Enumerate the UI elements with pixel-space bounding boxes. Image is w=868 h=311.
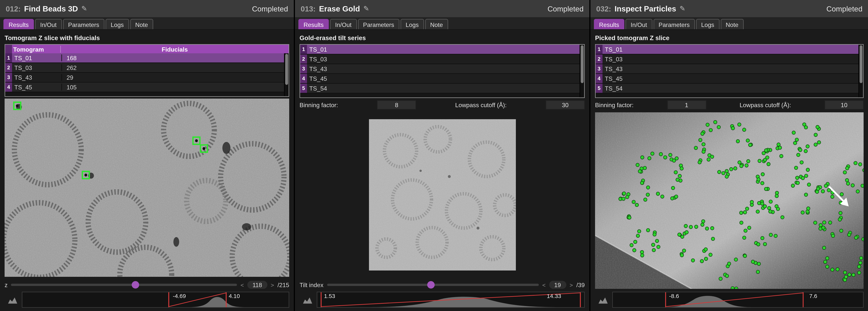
block-title: Erase Gold: [319, 4, 360, 13]
tab-results[interactable]: Results: [299, 19, 329, 29]
block-title: Find Beads 3D: [24, 4, 78, 13]
block-title: Inspect Particles: [615, 4, 676, 13]
tab-in-out[interactable]: In/Out: [330, 19, 357, 29]
prev-slice-button[interactable]: <: [241, 282, 244, 288]
tomogram-slice-image: [5, 99, 289, 277]
tab-bar: Results In/Out Parameters Logs Note: [295, 17, 589, 30]
tab-in-out[interactable]: In/Out: [35, 19, 62, 29]
histogram-min: 1.53: [324, 293, 335, 299]
status-badge: Completed: [826, 4, 863, 13]
list-item[interactable]: 5 TS_54: [596, 84, 863, 94]
edit-title-icon[interactable]: ✎: [81, 5, 87, 12]
next-tilt-button[interactable]: >: [569, 282, 573, 288]
z-value[interactable]: 118: [247, 281, 267, 289]
tilt-slider[interactable]: [327, 284, 539, 286]
tilt-total: /39: [576, 281, 585, 288]
table-scrollbar[interactable]: [284, 53, 289, 96]
display-settings: Binning factor: 1 Lowpass cutoff (Å): 10: [595, 100, 864, 109]
section-title: Tomogram Z slice with fiducials: [5, 34, 289, 41]
status-badge: Completed: [548, 4, 584, 13]
tomogram-slice-viewer[interactable]: [5, 99, 289, 277]
binning-input[interactable]: 1: [667, 100, 706, 109]
list-item[interactable]: 4 TS_45: [596, 74, 863, 84]
list-item[interactable]: 2 TS_03: [596, 55, 863, 64]
display-settings: Binning factor: 8 Lowpass cutoff (Å): 30: [300, 100, 585, 109]
section-title: Gold-erased tilt series: [300, 34, 585, 41]
slider-label: Tilt index: [300, 281, 323, 288]
contrast-histogram[interactable]: -8.6 7.6: [612, 292, 864, 308]
table-row[interactable]: 3 TS_43 29: [5, 73, 289, 82]
list-item[interactable]: 1 TS_01: [596, 45, 863, 55]
contrast-histogram[interactable]: -4.69 4.10: [22, 292, 289, 308]
tab-note[interactable]: Note: [130, 19, 153, 29]
column-tomogram[interactable]: Tomogram: [12, 46, 61, 53]
panel-032-inspect-particles: 032: Inspect Particles ✎ Completed Resul…: [590, 0, 868, 311]
table-row[interactable]: 4 TS_45 105: [5, 82, 289, 92]
results-content: Picked tomogram Z slice 1 TS_01 2 TS_03 …: [590, 30, 868, 311]
tab-results[interactable]: Results: [594, 19, 624, 29]
binning-label: Binning factor:: [300, 101, 338, 108]
tab-bar: Results In/Out Parameters Logs Note: [590, 17, 868, 30]
tab-parameters[interactable]: Parameters: [63, 19, 104, 29]
workspace: 012: Find Beads 3D ✎ Completed Results I…: [0, 0, 868, 311]
z-slider-row: z < 118 > /215: [5, 281, 289, 289]
list-item[interactable]: 5 TS_54: [300, 84, 584, 94]
block-id: 012:: [6, 4, 21, 13]
tab-note[interactable]: Note: [720, 19, 744, 29]
binning-input[interactable]: 8: [377, 100, 416, 109]
lowpass-input[interactable]: 30: [546, 100, 585, 109]
tilt-value[interactable]: 19: [549, 281, 566, 289]
panel-header: 013: Erase Gold ✎ Completed: [295, 0, 589, 17]
next-slice-button[interactable]: >: [271, 282, 274, 288]
histogram-max: 7.6: [809, 293, 817, 299]
list-item[interactable]: 4 TS_45: [300, 74, 584, 84]
tab-logs[interactable]: Logs: [401, 19, 424, 29]
list-item[interactable]: 2 TS_03: [300, 55, 584, 64]
block-id: 032:: [596, 4, 611, 13]
list-item[interactable]: 3 TS_43: [300, 64, 584, 74]
tab-results[interactable]: Results: [3, 19, 34, 29]
contrast-histogram[interactable]: 1.53 14.33: [317, 292, 585, 308]
picked-tomogram-viewer[interactable]: [595, 112, 864, 289]
histogram-icon: [303, 296, 312, 304]
panel-header: 012: Find Beads 3D ✎ Completed: [0, 0, 294, 17]
contrast-row: -4.69 4.10: [5, 292, 289, 308]
pipeline-panels: 012: Find Beads 3D ✎ Completed Results I…: [0, 0, 868, 311]
edit-title-icon[interactable]: ✎: [364, 5, 369, 12]
lowpass-label: Lowpass cutoff (Å):: [740, 101, 791, 108]
contrast-row: 1.53 14.33: [300, 292, 585, 308]
histogram-max: 14.33: [547, 293, 561, 299]
edit-title-icon[interactable]: ✎: [680, 5, 685, 12]
tab-parameters[interactable]: Parameters: [653, 19, 695, 29]
contrast-row: -8.6 7.6: [595, 292, 864, 308]
lowpass-label: Lowpass cutoff (Å):: [455, 101, 507, 108]
z-total: /215: [278, 281, 289, 288]
binning-label: Binning factor:: [595, 101, 633, 108]
table-row[interactable]: 2 TS_03 262: [5, 63, 289, 73]
tilt-series-list: 1 TS_01 2 TS_03 3 TS_43 4 TS_45 5 TS_5: [300, 44, 585, 98]
table-row[interactable]: 1 TS_01 168: [5, 53, 289, 63]
histogram-min: -4.69: [173, 293, 186, 299]
z-slider-thumb[interactable]: [132, 281, 139, 289]
list-scrollbar[interactable]: [580, 45, 584, 97]
lowpass-input[interactable]: 10: [825, 100, 864, 109]
panel-header: 032: Inspect Particles ✎ Completed: [590, 0, 868, 17]
list-scrollbar[interactable]: [859, 45, 863, 97]
histogram-icon: [598, 296, 608, 304]
tab-bar: Results In/Out Parameters Logs Note: [0, 17, 294, 30]
prev-tilt-button[interactable]: <: [542, 282, 546, 288]
list-item[interactable]: 3 TS_43: [596, 64, 863, 74]
results-content: Tomogram Z slice with fiducials Tomogram…: [0, 30, 294, 311]
tab-parameters[interactable]: Parameters: [358, 19, 399, 29]
tab-in-out[interactable]: In/Out: [625, 19, 652, 29]
z-slider[interactable]: [11, 284, 237, 286]
column-fiducials[interactable]: Fiducials: [61, 46, 289, 53]
list-item[interactable]: 1 TS_01: [300, 45, 584, 55]
tilt-image-viewer[interactable]: [300, 112, 585, 277]
tilt-slider-row: Tilt index < 19 > /39: [300, 281, 585, 289]
tab-note[interactable]: Note: [425, 19, 448, 29]
tilt-slider-thumb[interactable]: [427, 281, 434, 289]
picked-tomogram-image: [595, 112, 864, 289]
tab-logs[interactable]: Logs: [696, 19, 719, 29]
tab-logs[interactable]: Logs: [105, 19, 129, 29]
